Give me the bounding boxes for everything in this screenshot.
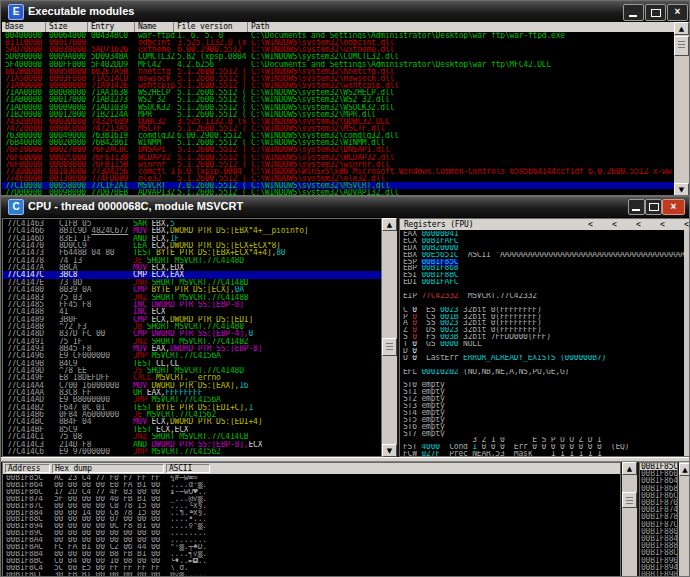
stack-row[interactable]: 00B1F86C (640, 492, 677, 499)
hex-dump-pane[interactable]: Address Hex dump ASCII 00B1F85CAC 23 C4 … (2, 462, 621, 577)
disasm-row[interactable]: 77C414B2F647 0C 01TEST BYTE PTR DS:[EDI+… (3, 404, 381, 411)
disasm-row[interactable]: 77C4149D^78 EEJS SHORT MSVCRT.77C4148D (3, 367, 381, 374)
disasm-row[interactable]: 77C414C175 08JNZ SHORT MSVCRT.77C414CB (3, 433, 381, 440)
disassembly-scrollbar[interactable]: ▲ ▼ (382, 218, 397, 457)
register-line[interactable]: Z 0 DS 0023 32bit 0(FFFFFFFF) (403, 327, 684, 334)
disasm-row[interactable]: 77C414808039 0ACMP BYTE PTR DS:[ECX],0A (3, 286, 381, 293)
disasm-row[interactable]: 77C414A4C700 16000000MOV DWORD PTR DS:[E… (3, 382, 381, 389)
register-line[interactable]: ST2 empty (403, 396, 684, 403)
register-line[interactable]: FST 4000 Cond 1 0 0 0 Err 0 0 0 0 0 0 0 … (403, 444, 684, 451)
stack-row[interactable]: 00B1F88C (640, 549, 677, 556)
column-header-base[interactable]: Base (2, 22, 46, 32)
cpu-close-button[interactable]: × (662, 199, 685, 215)
module-row[interactable]: 747200000004C000747213A5MSCTF5.1.2600.55… (2, 125, 674, 132)
stack-row[interactable]: 00B1F878 (640, 513, 677, 520)
dump-row[interactable]: 00B1F8B400 00 00 00 B8 FB B1 00....╕√▒. (3, 551, 620, 558)
disasm-row[interactable]: 77C41473F6448B 04 80TEST BYTE PTR DS:[EB… (3, 249, 381, 256)
module-row[interactable]: 71AD00000000900071AD1039WSOCK325.1.2600.… (2, 104, 674, 111)
stack-row[interactable]: 00B1F880 (640, 528, 677, 535)
scrollbar-thumb[interactable] (382, 338, 397, 356)
register-line[interactable] (403, 362, 684, 369)
stack-row[interactable]: 00B1F860 (640, 470, 677, 477)
disasm-row[interactable]: 77C41496E9 CF000000JMP MSVCRT.77C4156A (3, 352, 381, 359)
scroll-up-button[interactable]: ▲ (382, 218, 397, 231)
dump-row[interactable]: 00B1F88C00 00 00 00 07 00 00 00....•... (3, 516, 620, 523)
register-line[interactable]: A 0 SS 0023 32bit 0(FFFFFFFF) (403, 320, 684, 327)
disasm-row[interactable]: 77C4148841INC ECX (3, 308, 381, 315)
stack-row[interactable]: 00B1F868 (640, 485, 677, 492)
disasm-row[interactable]: 77C4147E73 0DJNB SHORT MSVCRT.77C4148D (3, 279, 381, 286)
register-line[interactable]: EFL 00010202 (NO,NB,NE,A,NS,PO,GE,G) (403, 369, 684, 376)
module-row[interactable]: 5D0900000009A0005D0934BACOMCTL325.82 (xp… (2, 53, 674, 60)
cpu-minimize-button[interactable] (628, 199, 645, 215)
maximize-button[interactable] (645, 4, 666, 21)
register-line[interactable]: EBP 00B1F868 (403, 265, 684, 272)
module-row[interactable]: 77D000000009B00077D070EBADVAPI325.1.2600… (2, 189, 674, 196)
module-row[interactable]: 77C100000005800077C1F2A1MSVCRT7.0.2600.5… (2, 182, 674, 189)
stack-row[interactable]: 00B1F870 (640, 499, 677, 506)
disasm-row[interactable]: 77C4149B84C9TEST CL,CL (3, 360, 381, 367)
module-row[interactable]: 0111000000017000odbcint3.525.1132.0 (xC:… (2, 39, 674, 46)
dump-row[interactable]: 00B1F8BCC0 04 00 00 10 08 00 00└♦..►◘.. (3, 558, 620, 565)
disasm-row[interactable]: 77C414668B1C9D 4824C677MOV EBX,DWORD PTR… (3, 227, 381, 234)
disasm-row[interactable]: 77C4148375 03JNZ SHORT MSVCRT.77C41488 (3, 294, 381, 301)
registers-pane-header[interactable]: Registers (FPU) < < < < < (400, 219, 690, 230)
register-line[interactable] (403, 286, 684, 293)
column-header-size[interactable]: Size (46, 22, 88, 32)
disasm-row[interactable]: 77C414938B45 F8MOV EAX,DWORD PTR SS:[EBP… (3, 345, 381, 352)
scroll-up-button[interactable]: ▲ (679, 463, 690, 476)
register-line[interactable]: EDI 00B1FAFC (403, 279, 684, 286)
stack-pane[interactable]: 00B1F85C00B1F86000B1F86400B1F86800B1F86C… (639, 462, 678, 577)
register-line[interactable]: ST6 empty (403, 424, 684, 431)
disassembly-pane[interactable]: 77C41463C1FB 05SAR EBX,577C414668B1C9D 4… (2, 218, 382, 457)
disasm-row[interactable]: 77C414C3214D F8AND DWORD PTR SS:[EBP-8],… (3, 441, 381, 448)
module-row[interactable]: 71A900000000800071A9142Ewshtcpip5.1.2600… (2, 82, 674, 89)
stack-row[interactable]: 00B1F85C (640, 463, 677, 470)
registers-scrollbar[interactable] (684, 230, 690, 456)
disasm-row[interactable]: 77C414ADE9 B8000000JMP MSVCRT.77C4156A (3, 396, 381, 403)
dump-row[interactable]: 00B1F86C17 2D C4 77 4F 03 00 00↨-─wO♥.. (3, 489, 620, 496)
stack-row[interactable]: 00B1F888 (640, 542, 677, 549)
scrollbar-thumb[interactable] (622, 492, 637, 508)
dump-row[interactable]: 00B1F8CC30 FB B1 00 00 00 00 000√▒..... (3, 572, 620, 577)
modules-scrollbar[interactable]: ▲ ▼ (674, 22, 689, 196)
register-line[interactable]: P 0 CS 001B 32bit 0(FFFFFFFF) (403, 314, 684, 321)
dump-row[interactable]: 00B1F85CAC 23 C4 77 F0 F7 FF FF¼#─w≡≈ (3, 475, 620, 482)
register-line[interactable]: O 0 LastErr ERROR_ALREADY_EXISTS (000000… (403, 355, 684, 362)
module-row[interactable]: 5F400000000FF0005F402DD9MFC424.2.6256C:\… (2, 61, 674, 68)
disasm-row[interactable]: 77C414C6E9 97000000JMP MSVCRT.77C41562 (3, 448, 381, 455)
register-line[interactable]: D 0 (403, 348, 684, 355)
column-header-name[interactable]: Name (135, 22, 174, 32)
register-line[interactable]: ST4 empty (403, 410, 684, 417)
scroll-down-button[interactable]: ▼ (674, 183, 689, 196)
register-line[interactable]: EBX 00E5651C ASCII "AAAAAAAAAAAAAAAAAAAA… (403, 252, 684, 259)
register-line[interactable]: ST1 empty (403, 389, 684, 396)
scroll-up-button[interactable]: ▲ (622, 462, 637, 475)
disasm-row[interactable]: 77C414708D0CC9LEA ECX,DWORD PTR DS:[ECX+… (3, 242, 381, 249)
disasm-row[interactable]: 77C414AA83C8 FFOR EAX,FFFFFFFF (3, 389, 381, 396)
scrollbar-thumb[interactable] (674, 36, 689, 56)
module-row[interactable]: 71A500000003F00071A514CDmswsock5.1.2600.… (2, 75, 674, 82)
register-line[interactable]: S 0 FS 003B 32bit 7FFDD000(FFF) (403, 334, 684, 341)
stack-row[interactable]: 00B1F890 (640, 557, 677, 564)
module-row[interactable]: 662B000000058000662E7A5Bhnetcfg5.1.2600.… (2, 68, 674, 75)
stack-row[interactable]: 00B1F894 (640, 564, 677, 571)
stack-scrollbar[interactable]: ▲ (679, 462, 690, 577)
disasm-row[interactable]: 77C4148D837D FC 00CMP DWORD PTR SS:[EBP-… (3, 330, 381, 337)
register-line[interactable]: EAX 00000041 (403, 231, 684, 238)
dump-header-hex[interactable]: Hex dump (52, 464, 164, 473)
dump-scrollbar[interactable]: ▲ (622, 462, 637, 577)
dump-row[interactable]: 00B1F88400 00 14 00 C8 78 15 00..¶.╚x§. (3, 510, 620, 517)
dump-header-ascii[interactable]: ASCII (166, 464, 210, 473)
register-line[interactable]: ST3 empty (403, 403, 684, 410)
modules-titlebar[interactable]: E Executable modules × (1, 1, 689, 23)
register-line[interactable]: T 0 GS 0000 NULL (403, 341, 684, 348)
cpu-titlebar[interactable]: C CPU - thread 0000068C, module MSVCRT × (1, 197, 689, 218)
dump-row[interactable]: 00B1F87C00 00 00 00 C0 78 15 00....└x§. (3, 503, 620, 510)
module-row[interactable]: 71B200000001200071B2124AMPR5.1.2600.5512… (2, 111, 674, 118)
stack-row[interactable]: 00B1F874 (640, 506, 677, 513)
register-line[interactable]: ECX 00B1FAFC (403, 238, 684, 245)
disasm-row[interactable]: 77C41463C1FB 05SAR EBX,5 (3, 220, 381, 227)
module-row[interactable]: 76F600000002C00076F61138WLDAP325.1.2600.… (2, 154, 674, 161)
register-line[interactable]: ST7 empty (403, 431, 684, 438)
